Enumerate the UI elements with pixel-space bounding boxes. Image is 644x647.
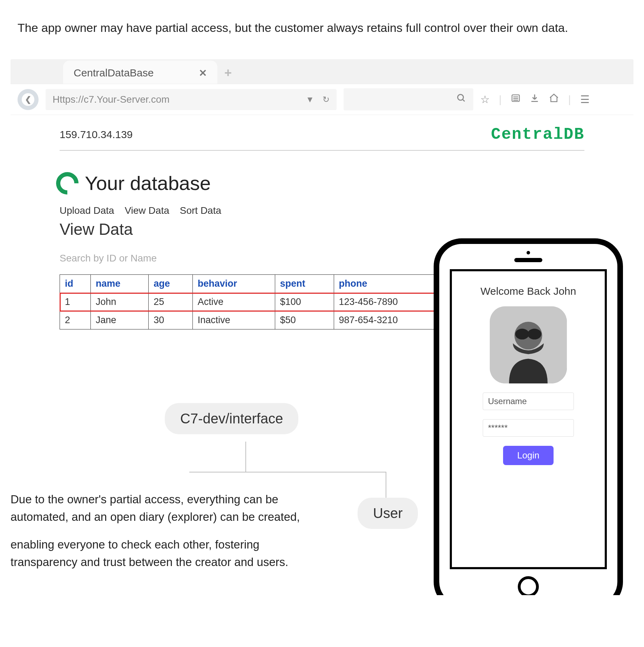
cell-age: 25 [149, 293, 192, 311]
nav-view[interactable]: View Data [125, 205, 169, 216]
bottom-description: Due to the owner's partial access, every… [11, 491, 326, 571]
separator: | [568, 94, 571, 105]
cell-phone: 123-456-7890 [334, 293, 448, 311]
data-table: id name age behavior spent phone 1John25… [60, 274, 449, 329]
svg-line-1 [463, 100, 465, 102]
cell-phone: 987-654-3210 [334, 311, 448, 329]
back-button[interactable]: ❮ [18, 89, 39, 110]
cell-spent: $50 [275, 311, 334, 329]
col-phone[interactable]: phone [334, 275, 448, 293]
separator: | [499, 94, 502, 105]
login-button[interactable]: Login [503, 446, 554, 465]
address-bar-row: ❮ Https://c7.Your-Server.com ▼ ↻ ☆ | [11, 84, 633, 115]
home-icon[interactable] [549, 93, 559, 106]
col-id[interactable]: id [60, 275, 91, 293]
star-icon[interactable]: ☆ [480, 93, 490, 105]
close-icon[interactable]: ✕ [199, 67, 207, 79]
db-logo-icon [52, 167, 83, 199]
db-title: Your database [85, 172, 211, 195]
url-input[interactable]: Https://c7.Your-Server.com ▼ ↻ [46, 89, 337, 110]
svg-point-8 [515, 329, 529, 340]
cell-behavior: Active [192, 293, 275, 311]
top-caption: The app owner may have partial access, b… [18, 21, 626, 35]
username-field[interactable]: Username [483, 393, 574, 410]
cell-behavior: Inactive [192, 311, 275, 329]
phone-camera-icon [527, 251, 530, 254]
col-age[interactable]: age [149, 275, 192, 293]
connector-line [386, 472, 386, 500]
svg-point-9 [528, 329, 542, 340]
menu-icon[interactable]: ☰ [580, 93, 590, 105]
browser-tab[interactable]: CentralDataBase ✕ [63, 61, 217, 84]
tab-bar: CentralDataBase ✕ + [11, 59, 633, 84]
phone-speaker-icon [514, 258, 542, 262]
table-row[interactable]: 1John25Active$100123-456-7890 [60, 293, 449, 311]
col-spent[interactable]: spent [275, 275, 334, 293]
bottom-p2: enabling everyone to check each other, f… [11, 536, 326, 571]
cell-name: John [91, 293, 149, 311]
brand-logo: CentralDB [491, 125, 584, 144]
table-header-row: id name age behavior spent phone [60, 275, 449, 293]
dropdown-icon[interactable]: ▼ [306, 95, 314, 104]
cell-id: 2 [60, 311, 91, 329]
section-heading: View Data [60, 220, 584, 239]
db-nav: Upload Data View Data Sort Data [60, 205, 584, 216]
nav-upload[interactable]: Upload Data [60, 205, 114, 216]
cell-spent: $100 [275, 293, 334, 311]
home-button-icon[interactable] [518, 576, 539, 595]
ip-address: 159.710.34.139 [60, 129, 133, 141]
reload-icon[interactable]: ↻ [323, 95, 330, 104]
col-behavior[interactable]: behavior [192, 275, 275, 293]
download-icon[interactable] [530, 93, 540, 105]
back-arrow-icon: ❮ [22, 93, 34, 106]
password-field[interactable]: ****** [483, 419, 574, 437]
url-text: Https://c7.Your-Server.com [53, 94, 170, 105]
new-tab-button[interactable]: + [217, 66, 239, 84]
table-row[interactable]: 2Jane30Inactive$50987-654-3210 [60, 311, 449, 329]
bottom-p1: Due to the owner's partial access, every… [11, 491, 326, 525]
cell-id: 1 [60, 293, 91, 311]
interface-label: C7-dev/interface [165, 403, 298, 434]
cell-age: 30 [149, 311, 192, 329]
welcome-text: Welcome Back John [481, 285, 576, 297]
connector-line [189, 472, 386, 472]
avatar [490, 306, 567, 383]
connector-line [245, 442, 246, 472]
tab-title: CentralDataBase [74, 67, 154, 79]
phone-screen: Welcome Back John Username ****** Login [450, 269, 607, 569]
browser-search[interactable] [344, 88, 473, 110]
nav-sort[interactable]: Sort Data [180, 205, 221, 216]
cell-name: Jane [91, 311, 149, 329]
phone-mockup: Welcome Back John Username ****** Login [434, 238, 623, 595]
list-icon[interactable] [511, 93, 521, 105]
user-label: User [358, 498, 418, 529]
svg-point-0 [458, 95, 463, 100]
toolbar: ☆ | | ☰ [480, 93, 590, 106]
search-icon [456, 93, 466, 105]
col-name[interactable]: name [91, 275, 149, 293]
